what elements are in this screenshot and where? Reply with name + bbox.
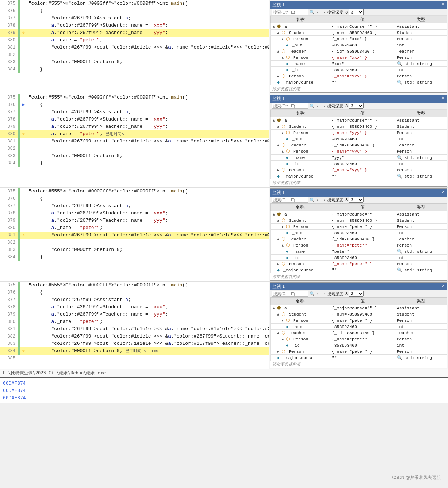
table-type-cell: int <box>395 136 447 142</box>
expand-icon[interactable]: ▲ <box>277 50 282 54</box>
back-icon[interactable]: ← <box>316 291 320 296</box>
maximize-icon[interactable]: □ <box>437 283 439 290</box>
forward-icon[interactable]: → <box>322 291 326 296</box>
object-icon: ⬡ <box>286 337 292 342</box>
code-col-2: 375"color:#555">⊟"color:#0000ff">"color:… <box>0 94 269 187</box>
expand-icon[interactable]: ▲ <box>273 306 277 310</box>
expand-icon[interactable]: ▲ <box>282 56 286 60</box>
table-name-cell: ▲ ⬡ Person <box>271 242 330 248</box>
close-icon[interactable]: ✕ <box>441 96 445 102</box>
search-icon[interactable]: 🔍 <box>310 104 315 108</box>
minimize-icon[interactable]: − <box>432 96 434 102</box>
code-line: 376 { <box>0 7 269 15</box>
depth-select[interactable]: 3 <box>349 291 364 297</box>
line-content: { <box>27 289 269 296</box>
expand-icon[interactable]: ▶ <box>277 75 282 79</box>
expand-icon[interactable]: ▲ <box>273 119 277 123</box>
expand-icon[interactable]: ▲ <box>282 150 286 154</box>
table-row: ▲ ⬡ Person{_name="yyy" }Person <box>271 148 447 155</box>
add-watch-label[interactable]: 添加要监视的项 <box>270 85 447 92</box>
table-name-cell: ▲ ⬡ Teacher <box>271 330 330 336</box>
search-icon[interactable]: 🔍 <box>310 10 315 15</box>
line-gutter: ➜ <box>20 29 27 37</box>
line-content: "color:#267f99">cout "color:#1e1e1e"><< … <box>27 325 305 333</box>
green-bar <box>18 94 20 101</box>
table-row: ▲ ⬡ Student{_num=-858993460 }Student <box>271 311 447 317</box>
expand-icon[interactable]: ▲ <box>273 213 277 217</box>
expand-icon[interactable]: ▲ <box>277 219 282 223</box>
expand-icon[interactable]: ▶ <box>282 37 286 41</box>
watch-search-input[interactable] <box>272 9 308 15</box>
search-icon[interactable]: 🔍 <box>310 198 315 202</box>
table-name-cell: ▶ ⬡ Person <box>271 73 330 79</box>
green-bar <box>18 66 20 73</box>
variable-name: Person <box>289 74 304 79</box>
expand-icon[interactable]: ▶ <box>282 225 286 229</box>
code-col-1: 375"color:#555">⊟"color:#0000ff">"color:… <box>0 0 269 94</box>
table-value-cell: -858993460 <box>330 67 395 73</box>
add-watch-label[interactable]: 添加要监视的项 <box>270 273 447 280</box>
back-icon[interactable]: ← <box>316 104 320 108</box>
expand-icon[interactable]: ▶ <box>277 350 282 354</box>
search-icon[interactable]: 🔍 <box>310 291 315 296</box>
close-icon[interactable]: ✕ <box>441 2 445 8</box>
variable-name: _num <box>292 324 302 329</box>
variable-name: _majorCourse <box>283 80 314 85</box>
table-value-cell: "" <box>330 173 395 179</box>
table-header: 名称 <box>271 204 330 211</box>
minimize-icon[interactable]: − <box>432 283 434 290</box>
table-value-cell: -858993460 <box>330 230 395 236</box>
green-bar <box>18 340 20 347</box>
watch-title-text: 监视 1 <box>272 2 285 8</box>
expand-icon[interactable]: ▶ <box>277 262 282 266</box>
depth-select[interactable]: 3 <box>349 9 364 15</box>
table-value-cell: {_id=-858993460 } <box>330 236 395 242</box>
expand-icon[interactable]: ▲ <box>277 31 282 35</box>
depth-select[interactable]: 3 <box>349 103 364 109</box>
depth-select[interactable]: 3 <box>349 197 364 203</box>
object-icon: ⬟ <box>277 212 283 217</box>
close-icon[interactable]: ✕ <box>441 190 445 196</box>
maximize-icon[interactable]: □ <box>437 2 439 8</box>
line-content: a."color:#267f99">Teacher::_name = "yyy"… <box>27 217 269 224</box>
expand-icon[interactable]: ▲ <box>277 313 282 317</box>
table-row: ▶ ⬡ Person{_name="peter" }Person <box>271 261 447 267</box>
maximize-icon[interactable]: □ <box>437 190 439 196</box>
line-content: } <box>27 253 269 261</box>
back-icon[interactable]: ← <box>316 10 320 14</box>
forward-icon[interactable]: → <box>322 198 326 202</box>
add-watch-label[interactable]: 添加要监视的项 <box>270 179 447 186</box>
green-bar <box>18 138 20 145</box>
line-number: 383 <box>0 340 18 347</box>
table-name-cell: ◆ _majorCourse <box>271 355 330 361</box>
table-name-cell: ◆ _name <box>271 61 330 67</box>
watch-search-input[interactable] <box>272 103 308 109</box>
expand-icon[interactable]: ▲ <box>277 237 282 241</box>
back-icon[interactable]: ← <box>316 198 320 202</box>
watch-search-input[interactable] <box>272 197 308 203</box>
expand-icon[interactable]: ▶ <box>282 131 286 135</box>
expand-icon[interactable]: ▲ <box>277 331 282 335</box>
maximize-icon[interactable]: □ <box>437 96 439 102</box>
expand-icon[interactable]: ▶ <box>277 168 282 172</box>
expand-icon[interactable]: ▲ <box>282 244 286 248</box>
expand-icon[interactable]: ▶ <box>282 319 286 323</box>
line-number: 376 <box>0 289 18 296</box>
forward-icon[interactable]: → <box>322 104 326 108</box>
code-line: 383 "color:#0000ff">return 0; <box>0 58 269 66</box>
forward-icon[interactable]: → <box>322 10 326 14</box>
expand-icon[interactable]: ▲ <box>277 144 282 148</box>
minimize-icon[interactable]: − <box>432 190 434 196</box>
expand-icon[interactable]: ▲ <box>277 125 282 129</box>
expand-icon[interactable]: ▶ <box>282 338 286 342</box>
variable-name: _name <box>292 61 305 66</box>
watch-search-input[interactable] <box>272 291 308 297</box>
table-name-cell: ▲ ⬟ a <box>271 117 330 123</box>
add-watch-label[interactable]: 添加要监视的项 <box>270 361 447 368</box>
variable-name: Teacher <box>289 49 306 54</box>
expand-icon[interactable]: ▲ <box>273 25 277 29</box>
close-icon[interactable]: ✕ <box>441 283 445 290</box>
table-name-cell: ▶ ⬡ Person <box>271 167 330 173</box>
code-line: 380 a._name = "peter"; <box>0 37 269 44</box>
minimize-icon[interactable]: − <box>432 2 434 8</box>
